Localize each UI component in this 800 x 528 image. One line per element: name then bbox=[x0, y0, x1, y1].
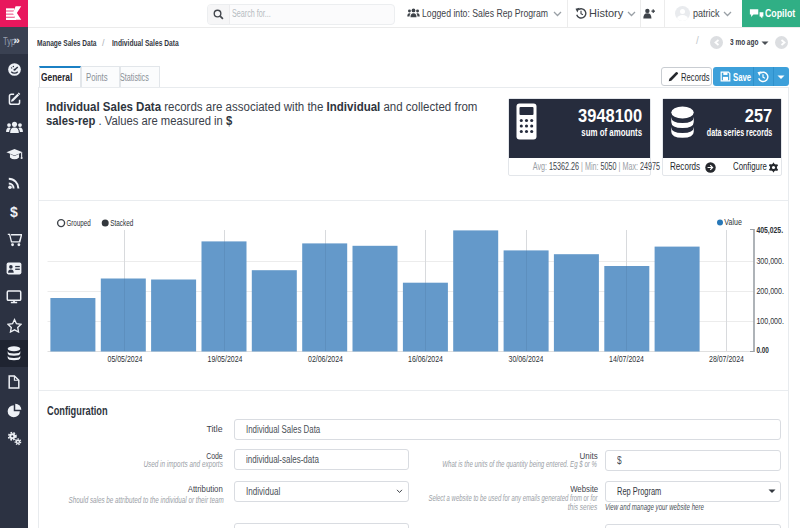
svg-text:14/07/2024: 14/07/2024 bbox=[609, 354, 644, 364]
svg-text:16/06/2024: 16/06/2024 bbox=[408, 354, 443, 364]
svg-text:200,000.: 200,000. bbox=[756, 286, 784, 296]
svg-text:Value: Value bbox=[724, 217, 742, 227]
svg-text:100,000.: 100,000. bbox=[756, 316, 784, 326]
svg-text:28/07/2024: 28/07/2024 bbox=[709, 354, 744, 364]
svg-text:02/06/2024: 02/06/2024 bbox=[308, 354, 343, 364]
svg-text:405,025.: 405,025. bbox=[756, 225, 783, 235]
svg-text:300,000.: 300,000. bbox=[756, 256, 784, 266]
svg-text:30/06/2024: 30/06/2024 bbox=[508, 354, 543, 364]
svg-text:05/05/2024: 05/05/2024 bbox=[107, 354, 142, 364]
svg-text:Grouped: Grouped bbox=[66, 218, 91, 228]
svg-text:0.00: 0.00 bbox=[756, 345, 769, 355]
svg-text:19/05/2024: 19/05/2024 bbox=[207, 354, 242, 364]
svg-text:Stacked: Stacked bbox=[110, 218, 133, 228]
